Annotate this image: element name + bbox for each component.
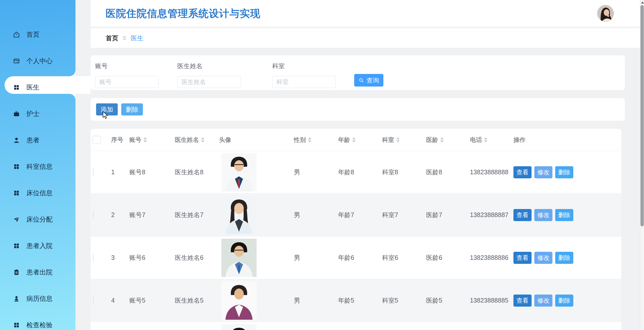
doctor-photo [221,239,257,277]
sidebar-item-label: 首页 [26,30,39,39]
sidebar-item-label: 患者出院 [26,268,53,277]
edit-button[interactable]: 修改 [534,166,552,178]
cell-years: 医龄7 [426,211,470,219]
sort-caret-icon[interactable] [396,137,400,142]
sort-caret-icon[interactable] [143,137,147,142]
edit-button[interactable]: 修改 [534,295,552,307]
grid-icon [13,84,20,91]
add-button[interactable]: 添加 [96,103,118,115]
column-header: 医生姓名 [175,136,199,144]
doctor-table: 序号 账号 医生姓名 头像 性别 年龄 科室 医龄 电话 操作 1 账号8 医生… [91,129,621,330]
doctor-photo [221,281,257,320]
cell-years: 医龄5 [426,296,470,305]
sidebar-item-label: 医生 [26,83,39,92]
clipboard-icon [13,269,20,276]
app-title: 医院住院信息管理系统设计与实现 [106,7,260,20]
cell-phone: 13823888887 [470,211,513,219]
sidebar-item-patient[interactable]: 患者 [0,127,75,153]
cell-age: 年龄8 [338,168,382,176]
row-delete-button[interactable]: 删除 [555,252,573,264]
cell-gender: 男 [294,211,338,219]
sidebar-item-nurse[interactable]: 护士 [0,101,75,127]
view-button[interactable]: 查看 [513,166,532,178]
sidebar-item-discharge[interactable]: 患者出院 [0,259,75,285]
breadcrumb-separator-icon [122,35,127,41]
row-delete-button[interactable]: 删除 [555,209,573,221]
sidebar-item-label: 个人中心 [26,57,53,65]
sidebar-item-bed-info[interactable]: 床位信息 [0,180,75,206]
row-delete-button[interactable]: 删除 [555,295,573,307]
account-label: 账号 [95,62,159,70]
cell-no: 2 [111,211,129,219]
row-checkbox[interactable] [93,297,94,304]
doctor-name-input[interactable] [177,76,241,88]
cell-gender: 男 [294,254,338,262]
sidebar-item-department-info[interactable]: 科室信息 [0,153,75,180]
delete-button[interactable]: 删除 [121,103,143,115]
sidebar-item-medical-record[interactable]: 病历信息 [0,285,75,312]
search-field-department: 科室 [272,62,336,88]
row-checkbox[interactable] [93,168,94,176]
sort-caret-icon[interactable] [440,137,444,142]
sidebar-item-admission[interactable]: 患者入院 [0,233,75,259]
select-all-checkbox[interactable] [93,136,101,144]
column-header: 序号 [111,136,123,144]
table-row: 3 账号6 医生姓名6 男 年龄6 科室6 医龄6 13823888886 查看… [91,236,621,279]
column-header: 电话 [470,136,482,144]
cell-age: 年龄5 [338,296,382,305]
department-input[interactable] [272,76,336,88]
sort-caret-icon[interactable] [201,137,205,142]
sidebar-item-doctor[interactable]: 医生 [0,74,75,101]
breadcrumb: 首页 医生 [91,28,640,48]
search-icon [358,77,364,83]
paper-plane-icon [13,216,20,223]
edit-button[interactable]: 修改 [534,209,552,221]
sidebar-item-profile[interactable]: 个人中心 [0,48,75,74]
cell-doctor-name: 医生姓名5 [175,296,219,305]
sidebar-item-bed-allocation[interactable]: 床位分配 [0,206,75,233]
table-row: 1 账号8 医生姓名8 男 年龄8 科室8 医龄8 13823888888 查看… [91,151,621,194]
column-header: 医龄 [426,136,438,144]
query-button[interactable]: 查询 [354,74,383,87]
pill-concave-corner [69,94,75,100]
avatar-photo [597,5,614,22]
column-header: 年龄 [338,136,350,144]
cell-age: 年龄7 [338,211,382,219]
user-avatar[interactable] [597,5,614,22]
view-button[interactable]: 查看 [513,252,532,264]
page-scrollbar[interactable] [640,0,644,330]
cell-phone: 13823888885 [470,297,513,304]
row-checkbox[interactable] [93,211,94,219]
edit-button[interactable]: 修改 [534,252,552,264]
home-icon [13,31,20,38]
row-delete-button[interactable]: 删除 [555,166,573,178]
cell-department: 科室5 [382,296,426,305]
sort-caret-icon[interactable] [308,137,311,142]
sidebar-item-home[interactable]: 首页 [0,21,75,48]
grid-icon [13,163,20,170]
sidebar-item-label: 患者入院 [26,241,53,250]
pill-concave-corner [69,70,75,76]
cell-years: 医龄6 [426,254,470,262]
table-row: 查看 修改 删除 [91,322,621,330]
search-form: 账号 医生姓名 科室 查询 [91,55,625,90]
sort-caret-icon[interactable] [484,137,488,142]
table-row: 4 账号5 医生姓名5 男 年龄5 科室5 医龄5 13823888885 查看… [91,279,621,322]
scrollbar-up-arrow[interactable] [641,2,644,4]
cell-no: 4 [111,297,129,304]
sidebar-item-examination[interactable]: 检查检验 [0,312,75,330]
scrollbar-thumb[interactable] [640,5,644,226]
sidebar-item-label: 护士 [26,109,39,118]
table-toolbar: 添加 删除 [91,98,625,121]
search-field-account: 账号 [95,62,159,88]
query-button-label: 查询 [367,76,379,85]
sidebar-menu: 首页 个人中心 医生 护士 患者 科室信息 床位 [0,21,75,330]
sort-caret-icon[interactable] [352,137,356,142]
row-checkbox[interactable] [93,254,94,261]
view-button[interactable]: 查看 [513,209,532,221]
cell-no: 3 [111,254,129,261]
breadcrumb-current[interactable]: 医生 [131,34,143,42]
account-input[interactable] [95,76,159,88]
grid-icon [13,322,20,328]
view-button[interactable]: 查看 [513,295,532,307]
